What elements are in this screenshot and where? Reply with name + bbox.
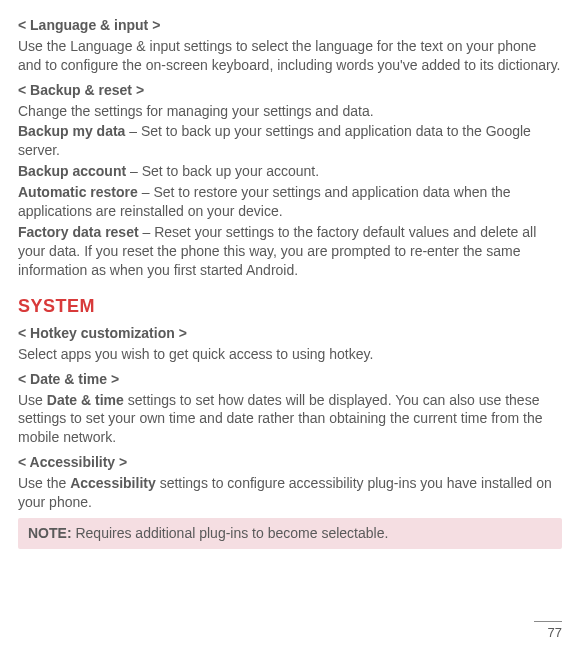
section-heading-hotkey: < Hotkey customization > xyxy=(18,324,562,343)
note-box: NOTE: Requires additional plug-ins to be… xyxy=(18,518,562,549)
item-label-factory-data-reset: Factory data reset xyxy=(18,224,139,240)
item-label-backup-my-data: Backup my data xyxy=(18,123,125,139)
list-item: Automatic restore – Set to restore your … xyxy=(18,183,562,221)
bold-accessibility: Accessibility xyxy=(70,475,156,491)
page-number: 77 xyxy=(534,624,562,642)
list-item: Factory data reset – Reset your settings… xyxy=(18,223,562,280)
item-label-backup-account: Backup account xyxy=(18,163,126,179)
page-number-wrap: 77 xyxy=(534,621,562,642)
text-prefix: Use the xyxy=(18,475,70,491)
body-text-language-input: Use the Language & input settings to sel… xyxy=(18,37,562,75)
section-heading-date-time: < Date & time > xyxy=(18,370,562,389)
item-desc: – Set to back up your account. xyxy=(126,163,319,179)
section-heading-language-input: < Language & input > xyxy=(18,16,562,35)
section-heading-accessibility: < Accessibility > xyxy=(18,453,562,472)
body-text-backup-reset-intro: Change the settings for managing your se… xyxy=(18,102,562,121)
item-label-automatic-restore: Automatic restore xyxy=(18,184,138,200)
list-item: Backup my data – Set to back up your set… xyxy=(18,122,562,160)
text-prefix: Use xyxy=(18,392,47,408)
system-heading: SYSTEM xyxy=(18,294,562,318)
bold-date-time: Date & time xyxy=(47,392,124,408)
page-number-divider xyxy=(534,621,562,622)
body-text-hotkey: Select apps you wish to get quick access… xyxy=(18,345,562,364)
note-text: Requires additional plug-ins to become s… xyxy=(72,525,389,541)
section-heading-backup-reset: < Backup & reset > xyxy=(18,81,562,100)
body-text-accessibility: Use the Accessibility settings to config… xyxy=(18,474,562,512)
list-item: Backup account – Set to back up your acc… xyxy=(18,162,562,181)
body-text-date-time: Use Date & time settings to set how date… xyxy=(18,391,562,448)
note-label: NOTE: xyxy=(28,525,72,541)
